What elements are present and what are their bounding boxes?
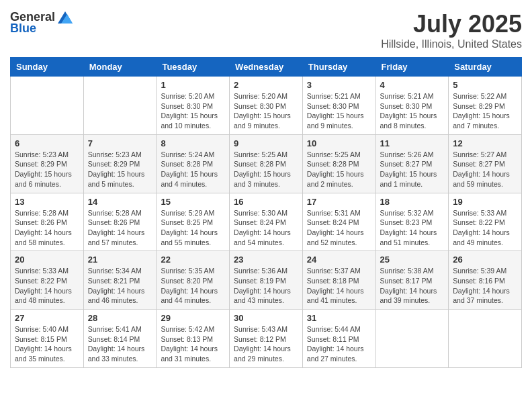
day-number: 16 [234,197,298,207]
day-info: Sunrise: 5:21 AM Sunset: 8:30 PM Dayligh… [380,91,445,131]
logo: General Blue [10,10,73,36]
calendar-week-row: 13Sunrise: 5:28 AM Sunset: 8:26 PM Dayli… [11,193,522,251]
calendar-cell [11,77,84,135]
calendar-cell: 24Sunrise: 5:37 AM Sunset: 8:18 PM Dayli… [302,251,375,310]
day-info: Sunrise: 5:34 AM Sunset: 8:21 PM Dayligh… [88,266,152,306]
day-info: Sunrise: 5:39 AM Sunset: 8:16 PM Dayligh… [453,266,517,306]
day-info: Sunrise: 5:40 AM Sunset: 8:15 PM Dayligh… [15,324,79,364]
calendar-cell: 20Sunrise: 5:33 AM Sunset: 8:22 PM Dayli… [11,251,84,310]
day-number: 13 [15,197,79,207]
day-info: Sunrise: 5:36 AM Sunset: 8:19 PM Dayligh… [234,266,298,306]
day-number: 7 [88,138,152,148]
day-number: 25 [380,255,445,265]
title-area: July 2025 Hillside, Illinois, United Sta… [381,10,522,50]
day-info: Sunrise: 5:42 AM Sunset: 8:13 PM Dayligh… [161,324,225,364]
day-info: Sunrise: 5:27 AM Sunset: 8:27 PM Dayligh… [453,150,517,189]
calendar-cell: 13Sunrise: 5:28 AM Sunset: 8:26 PM Dayli… [11,193,84,251]
day-number: 22 [161,255,225,265]
day-info: Sunrise: 5:28 AM Sunset: 8:26 PM Dayligh… [88,208,152,248]
day-info: Sunrise: 5:23 AM Sunset: 8:29 PM Dayligh… [15,150,79,189]
calendar-cell: 26Sunrise: 5:39 AM Sunset: 8:16 PM Dayli… [449,251,522,310]
day-info: Sunrise: 5:20 AM Sunset: 8:30 PM Dayligh… [234,91,298,131]
calendar-cell: 31Sunrise: 5:44 AM Sunset: 8:11 PM Dayli… [302,310,375,368]
calendar-cell: 25Sunrise: 5:38 AM Sunset: 8:17 PM Dayli… [375,251,449,310]
day-info: Sunrise: 5:37 AM Sunset: 8:18 PM Dayligh… [307,266,371,306]
day-number: 5 [453,80,517,90]
day-number: 23 [234,255,298,265]
day-number: 14 [88,197,152,207]
day-info: Sunrise: 5:33 AM Sunset: 8:22 PM Dayligh… [453,208,517,248]
day-info: Sunrise: 5:44 AM Sunset: 8:11 PM Dayligh… [307,324,371,364]
day-number: 21 [88,255,152,265]
day-number: 28 [88,313,152,323]
day-number: 1 [161,80,225,90]
day-number: 27 [15,313,79,323]
calendar-cell: 29Sunrise: 5:42 AM Sunset: 8:13 PM Dayli… [157,310,230,368]
calendar-cell: 21Sunrise: 5:34 AM Sunset: 8:21 PM Dayli… [83,251,157,310]
day-number: 17 [307,197,371,207]
logo-icon [58,11,73,24]
day-info: Sunrise: 5:21 AM Sunset: 8:30 PM Dayligh… [307,91,371,131]
weekday-header: Wednesday [230,58,303,77]
calendar-cell: 23Sunrise: 5:36 AM Sunset: 8:19 PM Dayli… [230,251,303,310]
calendar-cell [83,77,157,135]
logo-blue-text: Blue [10,21,36,36]
calendar-cell: 18Sunrise: 5:32 AM Sunset: 8:23 PM Dayli… [375,193,449,251]
day-info: Sunrise: 5:20 AM Sunset: 8:30 PM Dayligh… [161,91,225,131]
calendar-cell [375,310,449,368]
calendar-cell: 2Sunrise: 5:20 AM Sunset: 8:30 PM Daylig… [230,77,303,135]
location-title: Hillside, Illinois, United States [381,38,522,50]
page-header: General Blue July 2025 Hillside, Illinoi… [10,10,522,50]
day-info: Sunrise: 5:38 AM Sunset: 8:17 PM Dayligh… [380,266,445,306]
day-number: 8 [161,138,225,148]
calendar-cell: 10Sunrise: 5:25 AM Sunset: 8:28 PM Dayli… [302,134,375,193]
day-info: Sunrise: 5:28 AM Sunset: 8:26 PM Dayligh… [15,208,79,248]
day-number: 6 [15,138,79,148]
calendar-cell: 8Sunrise: 5:24 AM Sunset: 8:28 PM Daylig… [157,134,230,193]
calendar-cell: 3Sunrise: 5:21 AM Sunset: 8:30 PM Daylig… [302,77,375,135]
calendar-week-row: 1Sunrise: 5:20 AM Sunset: 8:30 PM Daylig… [11,77,522,135]
calendar-cell [449,310,522,368]
day-info: Sunrise: 5:29 AM Sunset: 8:25 PM Dayligh… [161,208,225,248]
weekday-header: Friday [375,58,449,77]
day-info: Sunrise: 5:35 AM Sunset: 8:20 PM Dayligh… [161,266,225,306]
day-number: 15 [161,197,225,207]
day-number: 10 [307,138,371,148]
calendar-cell: 22Sunrise: 5:35 AM Sunset: 8:20 PM Dayli… [157,251,230,310]
day-info: Sunrise: 5:30 AM Sunset: 8:24 PM Dayligh… [234,208,298,248]
day-info: Sunrise: 5:25 AM Sunset: 8:28 PM Dayligh… [234,150,298,189]
weekday-header: Tuesday [157,58,230,77]
day-info: Sunrise: 5:41 AM Sunset: 8:14 PM Dayligh… [88,324,152,364]
calendar-cell: 28Sunrise: 5:41 AM Sunset: 8:14 PM Dayli… [83,310,157,368]
weekday-header: Sunday [11,58,84,77]
calendar-cell: 7Sunrise: 5:23 AM Sunset: 8:29 PM Daylig… [83,134,157,193]
calendar-cell: 12Sunrise: 5:27 AM Sunset: 8:27 PM Dayli… [449,134,522,193]
weekday-header: Monday [83,58,157,77]
calendar-cell: 19Sunrise: 5:33 AM Sunset: 8:22 PM Dayli… [449,193,522,251]
day-number: 24 [307,255,371,265]
day-info: Sunrise: 5:32 AM Sunset: 8:23 PM Dayligh… [380,208,445,248]
calendar-cell: 1Sunrise: 5:20 AM Sunset: 8:30 PM Daylig… [157,77,230,135]
calendar-cell: 11Sunrise: 5:26 AM Sunset: 8:27 PM Dayli… [375,134,449,193]
calendar-cell: 17Sunrise: 5:31 AM Sunset: 8:24 PM Dayli… [302,193,375,251]
calendar-cell: 16Sunrise: 5:30 AM Sunset: 8:24 PM Dayli… [230,193,303,251]
day-info: Sunrise: 5:23 AM Sunset: 8:29 PM Dayligh… [88,150,152,189]
calendar-week-row: 27Sunrise: 5:40 AM Sunset: 8:15 PM Dayli… [11,310,522,368]
day-number: 3 [307,80,371,90]
weekday-header-row: SundayMondayTuesdayWednesdayThursdayFrid… [11,58,522,77]
day-number: 4 [380,80,445,90]
day-number: 2 [234,80,298,90]
day-number: 31 [307,313,371,323]
day-info: Sunrise: 5:33 AM Sunset: 8:22 PM Dayligh… [15,266,79,306]
day-number: 30 [234,313,298,323]
calendar-week-row: 20Sunrise: 5:33 AM Sunset: 8:22 PM Dayli… [11,251,522,310]
weekday-header: Saturday [449,58,522,77]
calendar-cell: 9Sunrise: 5:25 AM Sunset: 8:28 PM Daylig… [230,134,303,193]
day-info: Sunrise: 5:24 AM Sunset: 8:28 PM Dayligh… [161,150,225,189]
day-info: Sunrise: 5:25 AM Sunset: 8:28 PM Dayligh… [307,150,371,189]
day-number: 12 [453,138,517,148]
day-number: 18 [380,197,445,207]
calendar-cell: 14Sunrise: 5:28 AM Sunset: 8:26 PM Dayli… [83,193,157,251]
calendar-cell: 6Sunrise: 5:23 AM Sunset: 8:29 PM Daylig… [11,134,84,193]
day-number: 20 [15,255,79,265]
